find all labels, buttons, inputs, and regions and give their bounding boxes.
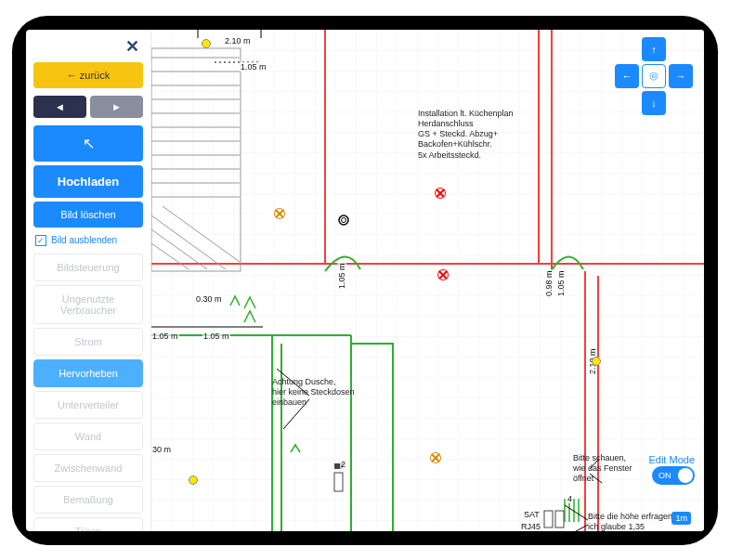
tool-label: Hervorheben [59, 368, 118, 379]
close-icon[interactable]: ✕ [33, 34, 143, 59]
dimension-label: 1.05 m [202, 332, 230, 341]
note-height: Bitte die höhe erfragen, ich glaube 1,35 [588, 512, 675, 531]
upload-button[interactable]: Hochladen [33, 165, 143, 198]
label-rj45: RJ45 [520, 522, 541, 531]
dimension-label: 1.05 m [556, 269, 566, 297]
app-screen: ✕ ← zurück ◄ ► ↖ Hochladen Bild lös [26, 30, 704, 531]
svg-point-1 [339, 215, 348, 225]
dimension-label: 0.30 m [195, 294, 223, 304]
tool-label: Bildsteuerung [57, 262, 119, 273]
sidebar: ✕ ← zurück ◄ ► ↖ Hochladen Bild lös [26, 30, 151, 531]
hide-image-label: Bild ausblenden [51, 235, 117, 245]
dimension-label: 1.05 m [337, 262, 346, 290]
tool-ungenutzte-verbraucher[interactable]: Ungenutzte Verbraucher [33, 285, 143, 324]
tool-unterverteiler[interactable]: Unterverteiler [33, 391, 143, 419]
edit-mode-panel: Edit Mode ON [648, 454, 695, 485]
dimension-label: 2.10 m [224, 36, 252, 46]
edit-mode-label: Edit Mode [648, 454, 695, 465]
cursor-icon: ↖ [83, 135, 95, 152]
arrow-left-icon: ← [67, 70, 77, 81]
label-four: 4 [567, 494, 573, 503]
svg-rect-5 [544, 511, 553, 527]
outlet-icon [437, 269, 449, 280]
history-next-button[interactable]: ► [90, 96, 143, 118]
edit-mode-toggle[interactable]: ON [652, 466, 695, 485]
navigation-pad: ↑ ← ◎ → ↓ [615, 37, 693, 115]
pan-left-button[interactable]: ← [615, 64, 639, 88]
light-icon [592, 357, 601, 366]
tool-label: Wand [75, 431, 101, 442]
dimension-label: 0.98 m [544, 269, 554, 297]
toggle-text: ON [658, 471, 671, 480]
tool-label: Zwischenwand [55, 462, 123, 474]
pan-down-button[interactable]: ↓ [642, 91, 666, 115]
chevron-right-icon: ► [111, 101, 122, 112]
note-shower: Achtung Dusche, hier keine Steckdosen ei… [272, 377, 355, 409]
outlet-icon [435, 188, 446, 199]
tool-zwischenwand[interactable]: Zwischenwand [33, 454, 143, 482]
tool-hervorheben[interactable]: Hervorheben [33, 359, 143, 387]
tablet-frame: ✕ ← zurück ◄ ► ↖ Hochladen Bild lös [12, 16, 718, 545]
back-button-label: zurück [80, 70, 110, 81]
floorplan-canvas[interactable]: 2.10 m 1.05 m 0.30 m 1.05 m 1.05 m 30 m … [151, 30, 704, 531]
tool-label: Türen [75, 526, 102, 531]
delete-image-button[interactable]: Bild löschen [33, 202, 143, 228]
light-icon [189, 475, 198, 485]
checkbox-icon: ✓ [35, 235, 46, 246]
tool-strom[interactable]: Strom [33, 328, 143, 356]
dimension-label: 30 m [151, 445, 172, 454]
tool-label: Bemaßung [63, 494, 113, 505]
outlet-icon [430, 452, 441, 463]
back-button[interactable]: ← zurück [33, 62, 143, 88]
tool-label: Unterverteiler [58, 399, 119, 410]
tool-tueren[interactable]: Türen [33, 517, 143, 531]
label-two: 2 [340, 460, 346, 469]
tool-label: Strom [74, 336, 101, 347]
tool-label: Ungenutzte Verbraucher [38, 293, 138, 316]
svg-rect-0 [151, 48, 241, 271]
outlet-icon [274, 208, 285, 219]
dimension-label: 1.05 m [151, 332, 179, 341]
scale-badge: 1m [671, 512, 691, 525]
pan-center-button[interactable]: ◎ [642, 64, 666, 88]
hide-image-checkbox[interactable]: ✓ Bild ausblenden [33, 231, 143, 250]
note-window: Bitte schauen, wie das Fenster öffnet [573, 453, 632, 485]
upload-button-label: Hochladen [58, 175, 119, 189]
history-prev-button[interactable]: ◄ [33, 96, 86, 118]
dimension-label: 1.05 m [240, 62, 267, 72]
tool-bildsteuerung[interactable]: Bildsteuerung [33, 254, 143, 281]
tool-wand[interactable]: Wand [33, 423, 143, 450]
tool-bemassung[interactable]: Bemaßung [33, 486, 143, 514]
toggle-knob-icon [678, 468, 693, 483]
cursor-tool-button[interactable]: ↖ [33, 125, 143, 162]
light-icon [202, 39, 211, 48]
svg-point-2 [342, 217, 346, 222]
svg-rect-3 [334, 473, 343, 491]
label-sat: SAT [523, 510, 541, 519]
pan-right-button[interactable]: → [669, 64, 693, 88]
note-kitchen: Installation lt. Küchenplan Herdanschlus… [418, 109, 514, 161]
svg-rect-6 [555, 511, 564, 527]
delete-image-label: Bild löschen [60, 209, 115, 220]
pan-up-button[interactable]: ↑ [642, 37, 666, 61]
chevron-left-icon: ◄ [55, 101, 65, 112]
